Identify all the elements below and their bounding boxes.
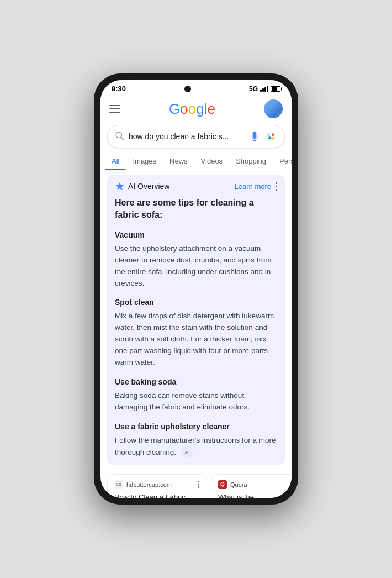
- status-time: 9:30: [112, 85, 126, 93]
- ai-tip-text-2: Baking soda can remove stains without da…: [115, 390, 277, 413]
- ai-intro: Here are some tips for cleaning a fabric…: [115, 197, 277, 222]
- front-camera: [184, 86, 191, 92]
- status-bar: 9:30 5G: [100, 80, 292, 95]
- search-tabs: All Images News Videos Shopping Pers: [100, 153, 292, 170]
- source-card-header-1: Q Quora: [218, 480, 292, 489]
- tab-shopping[interactable]: Shopping: [229, 153, 273, 170]
- network-label: 5G: [249, 85, 258, 93]
- tab-images[interactable]: Images: [126, 153, 163, 170]
- svg-point-7: [272, 137, 274, 140]
- tab-personal[interactable]: Pers: [273, 153, 292, 170]
- ai-tip-text-3: Follow the manufacturer's instructions f…: [115, 435, 277, 459]
- source-card-header-0: #D hdbuttercup.com: [114, 480, 199, 489]
- source-card-title-1: What is the: [218, 492, 292, 498]
- ai-overview-title: AI Overview: [115, 181, 169, 191]
- tab-videos[interactable]: Videos: [194, 153, 230, 170]
- ai-overview-header: AI Overview Learn more: [115, 181, 277, 191]
- search-icon: [114, 130, 124, 143]
- collapse-button[interactable]: [181, 446, 193, 459]
- hamburger-menu-button[interactable]: [109, 105, 120, 113]
- signal-icon: [260, 86, 268, 92]
- ai-diamond-icon: [115, 181, 125, 191]
- source-card-1[interactable]: Q Quora What is the: [211, 474, 292, 498]
- svg-line-1: [121, 137, 123, 139]
- ai-tip-title-1: Spot clean: [115, 297, 277, 308]
- learn-more-button[interactable]: Learn more: [235, 182, 271, 191]
- ai-tip-title-2: Use baking soda: [115, 376, 277, 388]
- google-lens-icon[interactable]: [264, 130, 278, 143]
- ai-tip-title-0: Vacuum: [115, 229, 277, 241]
- ai-tip-title-3: Use a fabric upholstery cleaner: [115, 421, 277, 433]
- status-icons: 5G: [249, 85, 280, 93]
- svg-point-5: [272, 134, 274, 136]
- source-favicon-0: #D hdbuttercup.com: [114, 480, 172, 489]
- header: Google: [100, 95, 292, 123]
- search-bar[interactable]: how do you clean a fabric s...: [107, 125, 285, 148]
- source-favicon-1: Q Quora: [218, 480, 247, 489]
- tab-all[interactable]: All: [105, 153, 126, 170]
- overflow-menu-button[interactable]: [276, 182, 277, 191]
- phone-screen: 9:30 5G: [100, 80, 292, 498]
- svg-point-4: [267, 132, 276, 141]
- search-query[interactable]: how do you clean a fabric s...: [129, 132, 245, 141]
- ai-overview-actions: Learn more: [235, 182, 277, 191]
- mic-icon[interactable]: [248, 130, 261, 143]
- avatar[interactable]: [264, 99, 283, 118]
- ai-content: Here are some tips for cleaning a fabric…: [115, 197, 277, 459]
- ai-tip-text-0: Use the upholstery attachment on a vacuu…: [115, 243, 277, 290]
- ai-overview-section: AI Overview Learn more Here are some tip…: [107, 175, 285, 465]
- phone-frame: 9:30 5G: [94, 73, 298, 505]
- hd-favicon-icon: #D: [114, 480, 123, 489]
- quora-favicon-icon: Q: [218, 480, 227, 489]
- ai-tip-text-1: Mix a few drops of dish detergent with l…: [115, 311, 277, 369]
- source-cards: #D hdbuttercup.com How to Clean a Fabric: [100, 470, 292, 498]
- google-logo: Google: [169, 101, 215, 118]
- scroll-content[interactable]: Google how do you clean a fabric s...: [100, 95, 292, 498]
- source-card-title-0: How to Clean a Fabric: [114, 492, 199, 498]
- tab-news[interactable]: News: [163, 153, 194, 170]
- battery-icon: [271, 86, 280, 92]
- source-overflow-button-0[interactable]: [198, 481, 199, 488]
- svg-point-6: [268, 137, 271, 140]
- source-card-0[interactable]: #D hdbuttercup.com How to Clean a Fabric: [107, 474, 206, 498]
